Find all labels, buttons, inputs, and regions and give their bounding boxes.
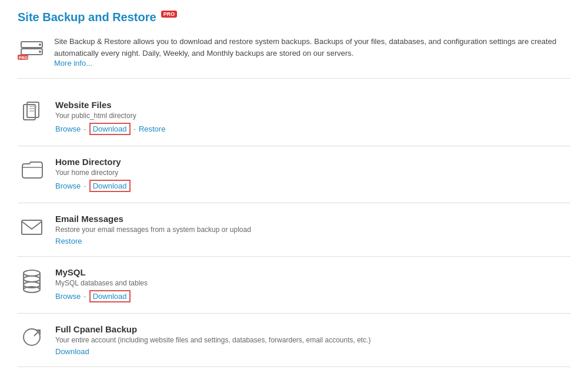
svg-point-15	[24, 276, 40, 282]
pro-badge: PRO	[161, 11, 178, 18]
svg-point-22	[24, 329, 40, 345]
svg-rect-11	[22, 220, 42, 234]
intro-description: Site Backup & Restore allows you to down…	[54, 36, 570, 59]
mysql-browse-link[interactable]: Browse	[55, 292, 81, 301]
full-cpanel-backup-content: Full Cpanel Backup Your entire account (…	[55, 324, 570, 356]
home-directory-download-link[interactable]: Download	[89, 180, 131, 192]
mysql-download-link[interactable]: Download	[89, 290, 131, 302]
email-messages-restore-link[interactable]: Restore	[55, 237, 82, 245]
home-directory-content: Home Directory Your home directory Brows…	[55, 157, 570, 192]
full-cpanel-backup-desc: Your entire account (including website f…	[55, 336, 570, 344]
home-directory-links: Browse - Download	[55, 180, 570, 192]
page-title-row: Site Backup and Restore PRO	[18, 11, 570, 24]
website-files-restore-link[interactable]: Restore	[139, 125, 166, 133]
svg-point-2	[39, 43, 41, 46]
email-messages-title: Email Messages	[55, 214, 570, 224]
mysql-title: MySQL	[55, 267, 570, 277]
website-files-download-link[interactable]: Download	[89, 123, 131, 135]
section-full-cpanel-backup: Full Cpanel Backup Your entire account (…	[18, 314, 570, 367]
sep3: -	[83, 181, 86, 190]
sep2: -	[133, 125, 136, 133]
home-directory-title: Home Directory	[55, 157, 570, 167]
mysql-icon	[18, 267, 46, 293]
sep1: -	[83, 125, 86, 133]
section-mysql: MySQL MySQL databases and tables Browse …	[18, 257, 570, 314]
page-title: Site Backup and Restore	[18, 11, 156, 24]
website-files-content: Website Files Your public_html directory…	[55, 100, 570, 135]
email-messages-desc: Restore your email messages from a syste…	[55, 226, 570, 234]
website-files-links: Browse - Download - Restore	[55, 123, 570, 135]
website-files-browse-link[interactable]: Browse	[55, 125, 81, 133]
email-messages-content: Email Messages Restore your email messag…	[55, 214, 570, 245]
svg-point-12	[24, 270, 40, 276]
intro-text-content: Site Backup & Restore allows you to down…	[54, 36, 570, 68]
home-directory-desc: Your home directory	[55, 169, 570, 177]
mysql-desc: MySQL databases and tables	[55, 279, 570, 287]
intro-section: PRO Site Backup & Restore allows you to …	[18, 36, 570, 79]
full-cpanel-backup-links: Download	[55, 347, 570, 356]
home-directory-icon	[18, 157, 46, 183]
full-cpanel-backup-download-link[interactable]: Download	[55, 347, 89, 356]
home-directory-browse-link[interactable]: Browse	[55, 181, 81, 190]
more-info-link[interactable]: More info...	[54, 59, 92, 68]
email-messages-links: Restore	[55, 237, 570, 245]
full-cpanel-backup-title: Full Cpanel Backup	[55, 324, 570, 334]
mysql-content: MySQL MySQL databases and tables Browse …	[55, 267, 570, 302]
website-files-title: Website Files	[55, 100, 570, 110]
section-email-messages: Email Messages Restore your email messag…	[18, 203, 570, 257]
section-home-directory: Home Directory Your home directory Brows…	[18, 146, 570, 203]
mysql-links: Browse - Download	[55, 290, 570, 302]
section-website-files: Website Files Your public_html directory…	[18, 89, 570, 146]
email-messages-icon	[18, 214, 46, 240]
website-files-desc: Your public_html directory	[55, 112, 570, 120]
svg-point-3	[39, 51, 41, 53]
page-container: Site Backup and Restore PRO PRO Site Bac…	[0, 0, 588, 370]
full-backup-icon	[18, 324, 46, 350]
sep4: -	[83, 292, 86, 301]
backup-server-icon: PRO	[18, 36, 46, 64]
website-files-icon	[18, 100, 46, 126]
svg-text:PRO: PRO	[19, 56, 28, 60]
